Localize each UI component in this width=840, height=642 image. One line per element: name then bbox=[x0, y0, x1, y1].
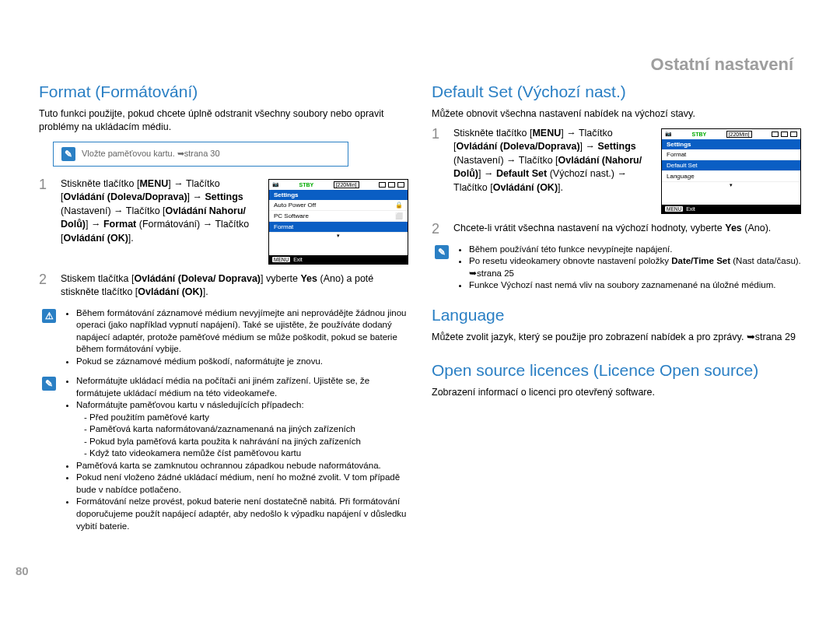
step-number-1: 1 bbox=[432, 127, 446, 214]
lcd-menu-head: Settings bbox=[662, 139, 800, 149]
heading-language: Language bbox=[432, 306, 801, 325]
default-tips: Během používání této funkce nevypínejte … bbox=[469, 244, 801, 292]
lcd-time: [220Min] bbox=[334, 181, 359, 188]
lcd-item-selected: Format bbox=[269, 222, 408, 233]
menu-badge: MENU bbox=[665, 206, 683, 212]
step-number-1: 1 bbox=[39, 177, 53, 265]
lcd-exit: Exit bbox=[686, 206, 695, 212]
warning-icon: ⚠ bbox=[42, 309, 56, 323]
note-icon: ✎ bbox=[42, 377, 56, 391]
lcd-exit: Exit bbox=[293, 257, 303, 262]
lcd-preview-format: 📷 STBY [220Min] Settings Auto Power Off🔒… bbox=[268, 179, 408, 265]
lcd-stby: STBY bbox=[691, 132, 706, 137]
lcd-item: Language bbox=[662, 171, 800, 182]
page-number: 80 bbox=[16, 564, 29, 577]
heading-default-set: Default Set (Výchozí nast.) bbox=[432, 82, 801, 101]
note-text: Vložte paměťovou kartu. ➥strana 30 bbox=[82, 149, 220, 159]
info-icon: ✎ bbox=[61, 147, 75, 161]
format-step2: Stiskem tlačítka [Ovládání (Doleva/ Dopr… bbox=[61, 272, 408, 300]
default-step2: Chcete-li vrátit všechna nastavení na vý… bbox=[453, 222, 801, 236]
lcd-item: Auto Power Off🔒 bbox=[269, 200, 408, 211]
lcd-item-selected: Default Set bbox=[662, 160, 800, 171]
language-body: Můžete zvolit jazyk, který se použije pr… bbox=[432, 331, 801, 344]
insert-card-note: ✎ Vložte paměťovou kartu. ➥strana 30 bbox=[53, 142, 348, 167]
lcd-time: [220Min] bbox=[726, 131, 752, 138]
format-intro: Tuto funkci použijte, pokud chcete úplně… bbox=[39, 107, 408, 134]
step-number-2: 2 bbox=[39, 272, 53, 300]
step-number-2: 2 bbox=[432, 222, 446, 236]
heading-open-source: Open source licences (Licence Open sourc… bbox=[432, 361, 801, 380]
menu-badge: MENU bbox=[272, 257, 290, 262]
lcd-menu-head: Settings bbox=[269, 190, 408, 200]
note-icon: ✎ bbox=[435, 245, 449, 259]
default-intro: Můžete obnovit všechna nastavení nabídek… bbox=[432, 107, 801, 121]
chapter-title: Ostatní nastavení bbox=[39, 54, 801, 75]
format-tips: Neformátujte ukládací média na počítači … bbox=[76, 375, 408, 532]
format-step1: Stiskněte tlačítko [MENU] → Tlačítko [Ov… bbox=[61, 177, 261, 265]
open-source-body: Zobrazení informací o licenci pro otevře… bbox=[432, 386, 801, 399]
heading-format: Format (Formátování) bbox=[39, 82, 408, 101]
lcd-preview-default: 📷 STBY [220Min] Settings Format Default … bbox=[661, 128, 801, 214]
lcd-item: Format bbox=[662, 149, 800, 160]
lcd-stby: STBY bbox=[299, 182, 313, 188]
lcd-item: PC Software⬜ bbox=[269, 211, 408, 222]
format-warnings: Během formátování záznamové médium nevyj… bbox=[76, 307, 408, 368]
default-step1: Stiskněte tlačítko [MENU] → Tlačítko [Ov… bbox=[453, 127, 653, 214]
